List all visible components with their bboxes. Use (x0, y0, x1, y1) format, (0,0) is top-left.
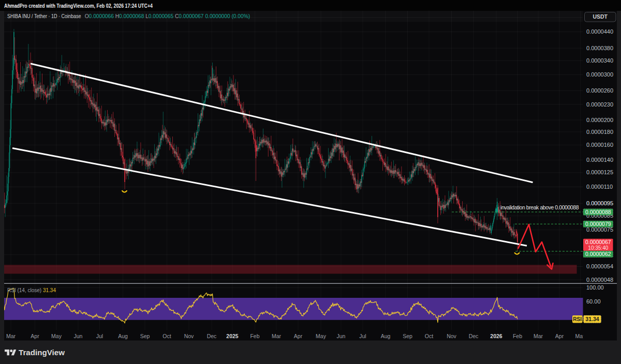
svg-text:Oct: Oct (425, 333, 433, 339)
svg-text:Apr: Apr (294, 333, 303, 339)
svg-text:0.0000200: 0.0000200 (586, 117, 613, 123)
svg-text:0.0000048: 0.0000048 (586, 277, 613, 283)
svg-text:Jul: Jul (96, 333, 103, 339)
svg-text:0.0000095: 0.0000095 (586, 200, 613, 206)
svg-text:0.0000125: 0.0000125 (586, 169, 613, 175)
svg-text:RSI (14, close) 31.34: RSI (14, close) 31.34 (7, 287, 56, 293)
svg-text:May: May (51, 333, 62, 339)
svg-text:100.00: 100.00 (586, 284, 604, 291)
svg-text:May: May (316, 333, 327, 339)
svg-text:Feb: Feb (250, 333, 259, 339)
svg-text:60.00: 60.00 (586, 298, 601, 305)
svg-text:O0.0000066 H0.0000068 L0.00000: O0.0000066 H0.0000068 L0.0000065 C0.0000… (85, 13, 250, 19)
svg-text:Mar: Mar (6, 333, 16, 339)
svg-text:0.0000062: 0.0000062 (585, 251, 611, 257)
svg-text:0.0000340: 0.0000340 (586, 57, 613, 64)
svg-text:0.0000380: 0.0000380 (586, 45, 613, 51)
svg-text:2025: 2025 (226, 333, 239, 339)
svg-text:0.0000300: 0.0000300 (586, 71, 613, 78)
svg-text:Jun: Jun (74, 333, 83, 339)
svg-text:Apr: Apr (555, 333, 564, 339)
svg-text:Oct: Oct (162, 333, 171, 339)
svg-text:0.0000260: 0.0000260 (586, 87, 613, 94)
svg-text:Nov: Nov (447, 333, 456, 339)
svg-text:Jun: Jun (337, 333, 346, 339)
svg-text:0.0000140: 0.0000140 (586, 157, 613, 163)
svg-text:0.0000054: 0.0000054 (586, 263, 613, 269)
svg-text:AhmadPro created with TradingV: AhmadPro created with TradingView.com, F… (4, 3, 153, 9)
svg-text:invalidation break above 0.000: invalidation break above 0.0000088 (500, 204, 579, 210)
svg-text:31.34: 31.34 (585, 316, 599, 322)
svg-text:0.0000160: 0.0000160 (586, 142, 613, 148)
svg-text:0.0000079: 0.0000079 (585, 221, 611, 227)
svg-text:0.0000440: 0.0000440 (586, 28, 613, 35)
svg-text:Sep: Sep (403, 333, 412, 339)
svg-text:Dec: Dec (207, 333, 217, 339)
svg-text:0.0000067: 0.0000067 (585, 239, 611, 245)
svg-text:Mar: Mar (272, 333, 282, 339)
svg-text:0.0000088: 0.0000088 (585, 209, 611, 215)
svg-text:2026: 2026 (490, 333, 502, 339)
svg-text:10:35:40: 10:35:40 (588, 245, 608, 251)
svg-text:Mar: Mar (534, 333, 543, 339)
svg-text:Aug: Aug (381, 333, 391, 339)
svg-text:0.0000110: 0.0000110 (586, 184, 613, 190)
svg-text:Aug: Aug (118, 333, 128, 339)
svg-text:Feb: Feb (513, 333, 522, 339)
svg-text:0.0000230: 0.0000230 (586, 101, 613, 108)
svg-text:TradingView: TradingView (19, 348, 65, 357)
svg-text:0.0000180: 0.0000180 (586, 129, 613, 135)
svg-text:USDT: USDT (593, 13, 608, 20)
svg-text:Apr: Apr (31, 333, 39, 339)
svg-text:SHIBA INU / Tether · 1D · Coin: SHIBA INU / Tether · 1D · Coinbase (7, 13, 81, 19)
svg-text:Nov: Nov (184, 333, 194, 339)
svg-text:Jul: Jul (359, 333, 366, 339)
svg-text:RSI: RSI (573, 316, 582, 322)
svg-text:Sep: Sep (140, 333, 150, 339)
svg-text:Dec: Dec (469, 333, 479, 339)
